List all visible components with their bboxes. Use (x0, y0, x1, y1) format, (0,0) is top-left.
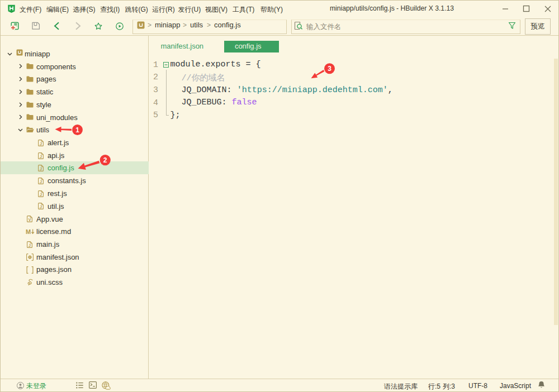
svg-text:J: J (40, 154, 42, 158)
svg-text:V: V (29, 218, 31, 222)
svg-text:J: J (40, 192, 42, 196)
svg-text:J: J (40, 179, 42, 183)
svg-text:J: J (40, 205, 42, 209)
svg-text:J: J (29, 243, 31, 247)
svg-text:J: J (40, 141, 42, 145)
svg-text:M: M (26, 228, 31, 235)
svg-text:J: J (40, 167, 42, 171)
